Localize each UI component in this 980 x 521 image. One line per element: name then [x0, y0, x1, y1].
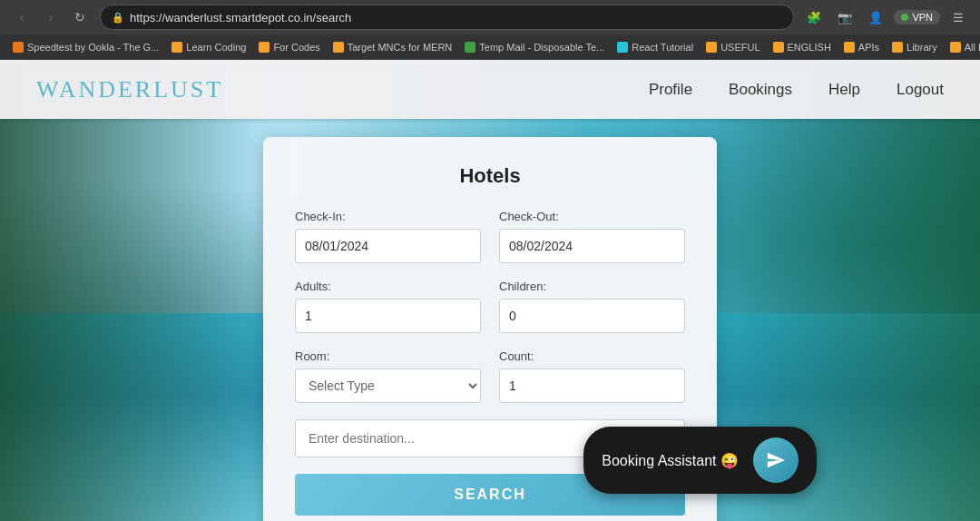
adults-children-row: Adults: Children:: [295, 280, 685, 333]
bookmark-for-codes[interactable]: For Codes: [253, 40, 325, 54]
bookmark-speedtest[interactable]: Speedtest by Ookla - The G...: [7, 40, 164, 54]
bookmark-icon-coding: [172, 42, 182, 53]
checkin-input[interactable]: [295, 229, 481, 263]
bookmark-icon-english: [773, 42, 784, 53]
card-title: Hotels: [295, 164, 685, 188]
nav-link-profile[interactable]: Profile: [649, 81, 692, 99]
bookmark-label-speedtest: Speedtest by Ookla - The G...: [27, 42, 159, 53]
vpn-label: VPN: [912, 12, 933, 23]
booking-assistant-widget[interactable]: Booking Assistant 😜: [583, 427, 817, 494]
bookmark-english[interactable]: ENGLISH: [768, 40, 837, 54]
url-text: https://wanderlust.smartdepot.co.in/sear…: [130, 11, 351, 25]
bookmark-icon-mern: [333, 42, 344, 53]
room-count-row: Room: Select Type Single Double Suite Co…: [295, 349, 685, 403]
bookmark-label-apis: APIs: [858, 42, 879, 53]
bookmark-temp-mail[interactable]: Temp Mail - Disposable Te...: [459, 40, 610, 54]
bookmark-label-useful: USEFUL: [720, 42, 760, 53]
nav-link-bookings[interactable]: Bookings: [729, 81, 792, 99]
bookmark-icon-codes: [259, 42, 270, 53]
site-logo[interactable]: WANDERLUST: [36, 76, 223, 103]
bookmark-label-all: All Bookmarks: [965, 42, 980, 53]
bookmark-library[interactable]: Library: [887, 40, 943, 54]
adults-input[interactable]: [295, 299, 481, 333]
nav-link-help[interactable]: Help: [828, 81, 860, 99]
bookmark-label-english: ENGLISH: [788, 42, 831, 53]
checkout-input[interactable]: [499, 229, 685, 263]
children-group: Children:: [499, 280, 685, 333]
bookmark-icon-speedtest: [13, 42, 24, 53]
count-group: Count:: [499, 349, 685, 403]
bookmark-label-react: React Tutorial: [632, 42, 693, 53]
count-label: Count:: [499, 349, 685, 363]
address-bar[interactable]: 🔒 https://wanderlust.smartdepot.co.in/se…: [100, 5, 794, 30]
back-button[interactable]: ‹: [9, 5, 34, 30]
bookmark-icon-library: [892, 42, 903, 53]
bookmark-label-library: Library: [906, 42, 937, 53]
nav-link-logout[interactable]: Logout: [897, 81, 944, 99]
bookmark-target-mern[interactable]: Target MNCs for MERN: [328, 40, 458, 54]
children-input[interactable]: [499, 299, 685, 333]
count-input[interactable]: [499, 369, 685, 403]
adults-group: Adults:: [295, 280, 481, 333]
checkin-group: Check-In:: [295, 210, 481, 263]
checkin-checkout-row: Check-In: Check-Out:: [295, 210, 685, 263]
menu-button[interactable]: ☰: [946, 5, 971, 30]
address-bar-container: 🔒 https://wanderlust.smartdepot.co.in/se…: [100, 5, 794, 30]
vpn-button[interactable]: VPN: [894, 10, 940, 25]
profile-button[interactable]: 👤: [863, 5, 888, 30]
screenshot-button[interactable]: 📷: [832, 5, 858, 30]
room-group: Room: Select Type Single Double Suite: [295, 349, 481, 403]
send-icon: [753, 437, 799, 483]
room-type-select[interactable]: Select Type Single Double Suite: [295, 369, 481, 403]
reload-button[interactable]: ↻: [67, 5, 93, 30]
bookmark-react[interactable]: React Tutorial: [612, 40, 699, 54]
forward-button[interactable]: ›: [38, 5, 64, 30]
browser-toolbar: ‹ › ↻ 🔒 https://wanderlust.smartdepot.co…: [0, 0, 980, 34]
adults-label: Adults:: [295, 280, 481, 293]
bookmark-icon-apis: [844, 42, 855, 53]
checkin-label: Check-In:: [295, 210, 481, 223]
nav-buttons: ‹ › ↻: [9, 5, 93, 30]
browser-actions: 🧩 📷 👤 VPN ☰: [801, 5, 971, 30]
bookmark-useful[interactable]: USEFUL: [701, 40, 765, 54]
palm-left: [0, 60, 254, 521]
bookmark-icon-temp: [465, 42, 475, 53]
bookmarks-bar: Speedtest by Ookla - The G... Learn Codi…: [0, 34, 980, 60]
checkout-group: Check-Out:: [499, 210, 685, 263]
checkout-label: Check-Out:: [499, 210, 685, 223]
room-label: Room:: [295, 349, 481, 363]
bookmark-label-mern: Target MNCs for MERN: [348, 42, 453, 53]
bookmark-label-coding: Learn Coding: [186, 42, 246, 53]
bookmark-learn-coding[interactable]: Learn Coding: [166, 40, 251, 54]
bookmark-icon-useful: [706, 42, 717, 53]
bookmark-label-codes: For Codes: [273, 42, 319, 53]
bookmark-icon-all: [950, 42, 961, 53]
lock-icon: 🔒: [112, 12, 124, 24]
vpn-status-dot: [901, 14, 908, 21]
bookmark-label-temp: Temp Mail - Disposable Te...: [479, 42, 604, 53]
booking-assistant-label: Booking Assistant 😜: [602, 452, 739, 469]
browser-chrome: ‹ › ↻ 🔒 https://wanderlust.smartdepot.co…: [0, 0, 980, 60]
bookmark-icon-react: [617, 42, 628, 53]
bookmark-apis[interactable]: APIs: [838, 40, 885, 54]
children-label: Children:: [499, 280, 685, 293]
navbar: WANDERLUST Profile Bookings Help Logout: [0, 60, 980, 119]
extensions-button[interactable]: 🧩: [801, 5, 827, 30]
app-container: WANDERLUST Profile Bookings Help Logout …: [0, 60, 980, 521]
bookmark-all-bookmarks[interactable]: All Bookmarks: [945, 40, 980, 54]
nav-links: Profile Bookings Help Logout: [649, 81, 944, 99]
